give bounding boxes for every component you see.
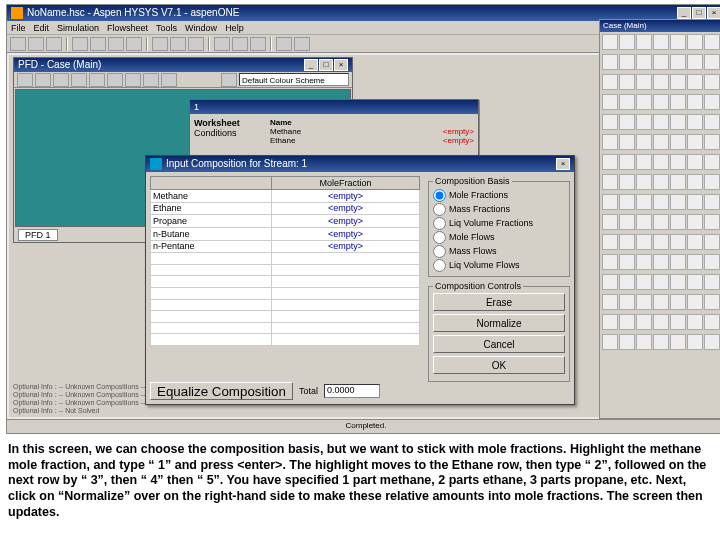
pfd-min-button[interactable]: _: [304, 59, 318, 71]
palette-tool-icon[interactable]: [636, 74, 652, 90]
palette-tool-icon[interactable]: [602, 314, 618, 330]
pfd-tool-icon[interactable]: [35, 73, 51, 87]
palette-tool-icon[interactable]: [704, 294, 720, 310]
palette-tool-icon[interactable]: [704, 254, 720, 270]
tool-icon[interactable]: [126, 37, 142, 51]
cell-value[interactable]: <empty>: [272, 190, 420, 203]
cell-value[interactable]: <empty>: [272, 227, 420, 240]
palette-tool-icon[interactable]: [619, 134, 635, 150]
palette-tool-icon[interactable]: [619, 154, 635, 170]
cell-name[interactable]: n-Butane: [151, 227, 272, 240]
tool-icon[interactable]: [108, 37, 124, 51]
worksheet-title[interactable]: 1: [190, 100, 478, 114]
palette-tool-icon[interactable]: [653, 134, 669, 150]
pfd-tool-icon[interactable]: [17, 73, 33, 87]
tool-icon[interactable]: [72, 37, 88, 51]
palette-tool-icon[interactable]: [619, 234, 635, 250]
pfd-tool-icon[interactable]: [53, 73, 69, 87]
menu-tools[interactable]: Tools: [156, 21, 177, 34]
palette-tool-icon[interactable]: [619, 174, 635, 190]
palette-tool-icon[interactable]: [687, 274, 703, 290]
palette-tool-icon[interactable]: [687, 34, 703, 50]
menu-file[interactable]: File: [11, 21, 26, 34]
minimize-button[interactable]: _: [677, 7, 691, 19]
palette-tool-icon[interactable]: [704, 54, 720, 70]
palette-tool-icon[interactable]: [619, 54, 635, 70]
palette-tool-icon[interactable]: [619, 114, 635, 130]
palette-tool-icon[interactable]: [653, 294, 669, 310]
palette-tool-icon[interactable]: [602, 74, 618, 90]
palette-tool-icon[interactable]: [653, 314, 669, 330]
pfd-tool-icon[interactable]: [125, 73, 141, 87]
palette-tool-icon[interactable]: [687, 94, 703, 110]
palette-tool-icon[interactable]: [602, 194, 618, 210]
palette-tool-icon[interactable]: [653, 234, 669, 250]
maximize-button[interactable]: □: [692, 7, 706, 19]
palette-tool-icon[interactable]: [670, 34, 686, 50]
palette-tool-icon[interactable]: [670, 294, 686, 310]
palette-tool-icon[interactable]: [687, 74, 703, 90]
pfd-tool-icon[interactable]: [71, 73, 87, 87]
palette-tool-icon[interactable]: [687, 254, 703, 270]
dialog-titlebar[interactable]: Input Composition for Stream: 1 ×: [146, 156, 574, 172]
palette-tool-icon[interactable]: [704, 214, 720, 230]
palette-tool-icon[interactable]: [636, 234, 652, 250]
palette-tool-icon[interactable]: [636, 254, 652, 270]
tool-icon[interactable]: [28, 37, 44, 51]
palette-tool-icon[interactable]: [653, 334, 669, 350]
radio-liq-vol-flows[interactable]: Liq Volume Flows: [433, 258, 565, 272]
palette-tool-icon[interactable]: [636, 194, 652, 210]
pfd-tool-icon[interactable]: [143, 73, 159, 87]
cell-value[interactable]: <empty>: [272, 215, 420, 228]
palette-tool-icon[interactable]: [687, 194, 703, 210]
palette-tool-icon[interactable]: [670, 274, 686, 290]
tool-icon[interactable]: [152, 37, 168, 51]
palette-tool-icon[interactable]: [602, 94, 618, 110]
radio-mole-fractions[interactable]: Mole Fractions: [433, 188, 565, 202]
radio-mass-flows[interactable]: Mass Flows: [433, 244, 565, 258]
palette-tool-icon[interactable]: [619, 94, 635, 110]
cell-value[interactable]: <empty>: [272, 240, 420, 253]
palette-tool-icon[interactable]: [687, 214, 703, 230]
palette-tool-icon[interactable]: [670, 214, 686, 230]
palette-tool-icon[interactable]: [602, 234, 618, 250]
palette-tool-icon[interactable]: [636, 114, 652, 130]
tool-icon[interactable]: [46, 37, 62, 51]
palette-tool-icon[interactable]: [704, 154, 720, 170]
palette-tool-icon[interactable]: [704, 34, 720, 50]
palette-tool-icon[interactable]: [636, 34, 652, 50]
palette-tool-icon[interactable]: [653, 274, 669, 290]
palette-tool-icon[interactable]: [687, 294, 703, 310]
colour-scheme-dropdown[interactable]: Default Colour Scheme: [239, 73, 349, 86]
palette-tool-icon[interactable]: [670, 314, 686, 330]
tool-icon[interactable]: [90, 37, 106, 51]
palette-tool-icon[interactable]: [619, 194, 635, 210]
palette-tool-icon[interactable]: [687, 154, 703, 170]
palette-tool-icon[interactable]: [619, 74, 635, 90]
palette-tool-icon[interactable]: [602, 154, 618, 170]
palette-tool-icon[interactable]: [687, 334, 703, 350]
palette-tool-icon[interactable]: [704, 174, 720, 190]
palette-tool-icon[interactable]: [619, 294, 635, 310]
palette-tool-icon[interactable]: [602, 254, 618, 270]
pfd-tool-icon[interactable]: [161, 73, 177, 87]
palette-tool-icon[interactable]: [619, 254, 635, 270]
palette-tool-icon[interactable]: [687, 114, 703, 130]
palette-tool-icon[interactable]: [636, 314, 652, 330]
palette-tool-icon[interactable]: [602, 34, 618, 50]
cell-name[interactable]: Ethane: [151, 202, 272, 215]
palette-tool-icon[interactable]: [619, 334, 635, 350]
palette-tool-icon[interactable]: [636, 274, 652, 290]
radio-liq-vol-fractions[interactable]: Liq Volume Fractions: [433, 216, 565, 230]
palette-tool-icon[interactable]: [636, 214, 652, 230]
palette-tool-icon[interactable]: [704, 74, 720, 90]
palette-tool-icon[interactable]: [670, 154, 686, 170]
palette-tool-icon[interactable]: [602, 114, 618, 130]
palette-tool-icon[interactable]: [602, 214, 618, 230]
menu-flowsheet[interactable]: Flowsheet: [107, 21, 148, 34]
ok-button[interactable]: OK: [433, 356, 565, 374]
dialog-close-button[interactable]: ×: [556, 158, 570, 170]
pfd-titlebar[interactable]: PFD - Case (Main) _ □ ×: [14, 58, 352, 72]
palette-tool-icon[interactable]: [653, 54, 669, 70]
palette-tool-icon[interactable]: [687, 134, 703, 150]
